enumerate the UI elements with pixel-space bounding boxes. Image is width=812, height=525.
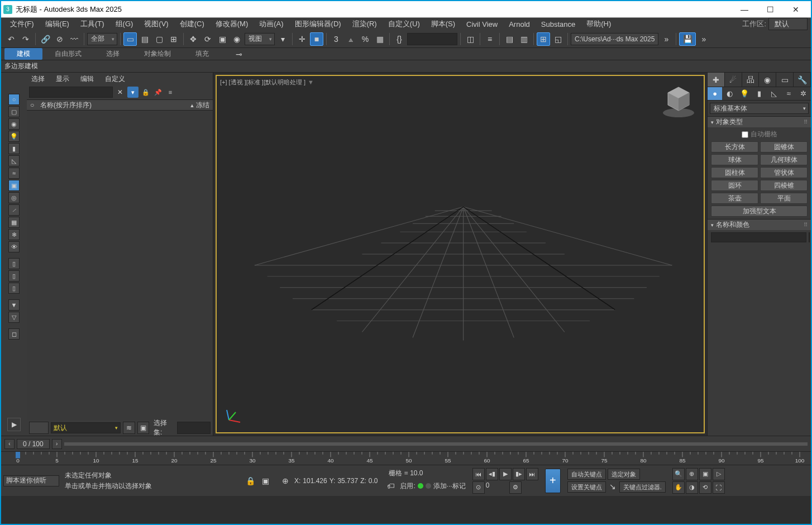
outliner-search-input[interactable] — [29, 87, 113, 98]
current-frame-input[interactable]: 0 — [486, 481, 508, 494]
time-track[interactable] — [64, 442, 808, 446]
nav-zoomall-icon[interactable]: ⊕ — [686, 468, 698, 480]
object-name-input[interactable] — [711, 232, 806, 242]
time-config-button[interactable]: ⚙ — [509, 481, 522, 494]
display-lights-icon[interactable]: 💡 — [8, 131, 20, 142]
outliner-pin-icon[interactable]: 📌 — [153, 87, 163, 97]
display-geometry-icon[interactable]: ▢ — [8, 106, 20, 117]
status-addtag-label[interactable]: 添加···标记 — [433, 481, 466, 491]
move-button[interactable]: ✥ — [187, 32, 200, 46]
filter-a-icon[interactable]: ▯ — [8, 258, 20, 269]
nav-fov-icon[interactable]: ▷ — [713, 468, 725, 480]
filter-funnel-icon[interactable]: ▼ — [8, 299, 20, 311]
menu-create[interactable]: 创建(C) — [174, 19, 210, 29]
manipulate-button[interactable]: ✛ — [295, 32, 309, 46]
menu-customize[interactable]: 自定义(U) — [383, 19, 426, 29]
menu-views[interactable]: 视图(V) — [138, 19, 174, 29]
nav-zoom-icon[interactable]: 🔍 — [672, 468, 685, 480]
filter-b-icon[interactable]: ▯ — [8, 270, 20, 281]
display-xrefs-icon[interactable]: ◎ — [8, 192, 20, 203]
outliner-col-name[interactable]: 名称(按升序排序) — [40, 101, 185, 110]
select-by-name-button[interactable]: ▤ — [138, 32, 151, 46]
display-groups-icon[interactable]: ▣ — [8, 180, 20, 191]
menu-rendering[interactable]: 渲染(R) — [347, 19, 383, 29]
link-button[interactable]: 🔗 — [39, 32, 52, 46]
menu-substance[interactable]: Substance — [536, 20, 581, 28]
isolate-selection-icon[interactable]: ▣ — [259, 474, 272, 488]
obj-geosphere-button[interactable]: 几何球体 — [760, 154, 808, 165]
display-frozen-icon[interactable]: ❄ — [8, 229, 20, 240]
autokey-button[interactable]: 自动关键点 — [567, 469, 606, 480]
pivot-center-button[interactable]: ▾ — [276, 32, 289, 46]
menu-grapheditors[interactable]: 图形编辑器(D) — [289, 19, 347, 29]
rotate-button[interactable]: ⟳ — [201, 32, 214, 46]
outliner-menu-select[interactable]: 选择 — [31, 74, 45, 84]
script-listener-label[interactable]: 脚本迷你侦听 — [3, 475, 59, 486]
coord-z-input[interactable]: 0.0 — [369, 477, 378, 485]
object-color-swatch[interactable] — [809, 232, 810, 242]
prev-frame-button[interactable]: ◂▮ — [486, 468, 498, 480]
outliner-isolate-icon[interactable]: ▣ — [137, 422, 149, 434]
left-play-icon[interactable]: ▶ — [7, 418, 21, 431]
angle-snap-button[interactable]: ⟁ — [344, 32, 357, 46]
time-ruler[interactable]: 0510152025303540455055606570758085909510… — [1, 451, 811, 465]
menu-file[interactable]: 文件(F) — [4, 19, 40, 29]
ribbon-tab-freeform[interactable]: 自由形式 — [42, 48, 94, 60]
axis-gizmo-icon[interactable] — [223, 405, 243, 426]
viewcube-icon[interactable] — [660, 83, 697, 120]
cat-spacewarps-icon[interactable]: ≈ — [781, 87, 796, 100]
outliner-lock-icon[interactable]: 🔒 — [141, 87, 151, 97]
cat-helpers-icon[interactable]: ◺ — [767, 87, 781, 100]
snap-3d-button[interactable]: 3 — [329, 32, 343, 46]
menu-arnold[interactable]: Arnold — [503, 20, 536, 28]
filter-funnel2-icon[interactable]: ▽ — [8, 312, 20, 323]
coord-x-input[interactable]: 101.426 — [303, 477, 327, 485]
outliner-clear-icon[interactable]: ✕ — [115, 87, 125, 97]
display-container-icon[interactable]: ▦ — [8, 217, 20, 228]
ribbon-tab-selection[interactable]: 选择 — [94, 48, 132, 60]
menu-animation[interactable]: 动画(A) — [254, 19, 289, 29]
cmdtab-display-icon[interactable]: ▭ — [776, 73, 794, 87]
nav-orbit-icon[interactable]: ⟲ — [699, 481, 711, 494]
obj-tube-button[interactable]: 管状体 — [760, 167, 808, 178]
cat-cameras-icon[interactable]: ▮ — [752, 87, 766, 100]
next-frame-button[interactable]: ▮▸ — [513, 468, 525, 480]
cat-shapes-icon[interactable]: ◐ — [722, 87, 737, 100]
mirror-button[interactable]: ◫ — [464, 32, 477, 46]
display-spacewarps-icon[interactable]: ≈ — [8, 168, 20, 179]
viewport[interactable]: [+] [透视 ][标准 ][默认明暗处理 ]▼ — [216, 75, 705, 433]
selected-object-dropdown[interactable]: 选定对象 — [608, 469, 640, 480]
menu-edit[interactable]: 编辑(E) — [40, 19, 75, 29]
curve-editor-button[interactable]: ⊞ — [537, 32, 550, 46]
toggle-ribbon-button[interactable]: ▥ — [517, 32, 531, 46]
menu-tools[interactable]: 工具(T) — [75, 19, 110, 29]
layer-explorer-button[interactable]: ▤ — [503, 32, 516, 46]
nav-maximize-icon[interactable]: ⛶ — [713, 481, 725, 494]
outliner-menu-display[interactable]: 显示 — [56, 74, 69, 84]
cmdtab-hierarchy-icon[interactable]: 品 — [742, 73, 760, 87]
nav-walk-icon[interactable]: ◑ — [686, 481, 698, 494]
selection-filter-dropdown[interactable]: 全部 — [87, 33, 117, 45]
lock-selection-icon[interactable]: 🔒 — [243, 474, 257, 488]
obj-box-button[interactable]: 长方体 — [711, 141, 758, 152]
placement-button[interactable]: ◉ — [230, 32, 243, 46]
cmdtab-motion-icon[interactable]: ◉ — [759, 73, 776, 87]
cat-geometry-icon[interactable]: ● — [708, 87, 722, 100]
object-type-dropdown[interactable]: 标准基本体 — [710, 103, 809, 114]
workspace-dropdown[interactable]: 默认 — [768, 18, 808, 30]
filter-box-icon[interactable]: ◻ — [8, 328, 20, 340]
percent-snap-button[interactable]: % — [359, 32, 372, 46]
keyboard-shortcut-button[interactable]: ■ — [310, 32, 323, 46]
named-selection-input[interactable] — [407, 33, 457, 45]
display-hidden-icon[interactable]: 👁 — [8, 241, 20, 252]
obj-pyramid-button[interactable]: 四棱锥 — [760, 180, 808, 191]
obj-cylinder-button[interactable]: 圆柱体 — [711, 167, 758, 178]
nav-pan-icon[interactable]: ✋ — [672, 481, 685, 494]
bind-button[interactable]: 〰 — [68, 32, 81, 46]
cmdtab-modify-icon[interactable]: ☄ — [725, 73, 742, 87]
nav-zoomextents-icon[interactable]: ▣ — [699, 468, 711, 480]
disable-dot-icon[interactable] — [426, 483, 431, 489]
enable-dot-icon[interactable] — [418, 483, 423, 489]
window-crossing-button[interactable]: ⊞ — [167, 32, 180, 46]
save-icon[interactable]: 💾 — [679, 32, 696, 46]
